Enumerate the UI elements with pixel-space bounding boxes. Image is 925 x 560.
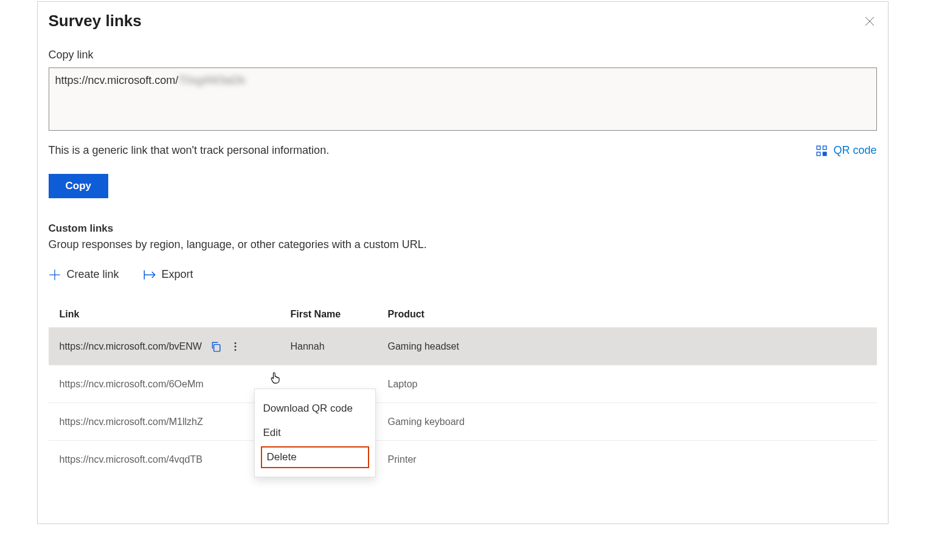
svg-point-16: [234, 349, 236, 351]
menu-item-edit[interactable]: Edit: [255, 421, 375, 445]
table-row[interactable]: https://ncv.microsoft.com/4vqdTBGracePri…: [49, 440, 877, 478]
qr-code-button[interactable]: QR code: [816, 144, 876, 157]
table-row[interactable]: https://ncv.microsoft.com/M1llzhZGaming …: [49, 403, 877, 440]
row-link-text: https://ncv.microsoft.com/6OeMm: [60, 379, 204, 390]
custom-links-table: Link First Name Product https://ncv.micr…: [49, 302, 877, 478]
copy-link-help-text: This is a generic link that won't track …: [49, 144, 330, 157]
row-link-text: https://ncv.microsoft.com/bvENW: [60, 341, 202, 352]
svg-rect-7: [823, 154, 825, 155]
menu-item-delete[interactable]: Delete: [261, 446, 369, 468]
row-first-name: Hannah: [291, 341, 388, 352]
col-header-link[interactable]: Link: [60, 309, 291, 320]
copy-link-input[interactable]: https://ncv.microsoft.com/T0xg4W3aDb: [49, 67, 877, 131]
copy-link-heading: Copy link: [49, 49, 877, 61]
export-button[interactable]: Export: [144, 268, 193, 281]
close-button[interactable]: [862, 14, 877, 29]
create-link-label: Create link: [67, 268, 119, 281]
col-header-product[interactable]: Product: [388, 309, 866, 320]
svg-rect-4: [817, 152, 821, 156]
svg-rect-6: [825, 154, 826, 155]
page-title: Survey links: [49, 12, 142, 30]
svg-point-15: [234, 345, 236, 347]
table-row[interactable]: https://ncv.microsoft.com/6OeMmLaptop: [49, 365, 877, 403]
row-product: Gaming keyboard: [388, 417, 866, 427]
svg-rect-8: [825, 152, 826, 153]
copy-row-link-icon[interactable]: [210, 341, 221, 352]
copy-link-url-redacted: T0xg4W3aDb: [178, 74, 245, 87]
col-header-first-name[interactable]: First Name: [291, 309, 388, 320]
qr-code-icon: [816, 145, 827, 156]
copy-link-url-visible: https://ncv.microsoft.com/: [55, 74, 179, 87]
svg-point-14: [234, 342, 236, 344]
custom-links-heading: Custom links: [49, 223, 877, 235]
svg-rect-3: [823, 146, 827, 150]
svg-rect-13: [214, 344, 220, 351]
row-context-menu: Download QR codeEditDelete: [254, 389, 376, 477]
export-icon: [144, 269, 156, 281]
export-label: Export: [162, 268, 193, 281]
row-link-text: https://ncv.microsoft.com/4vqdTB: [60, 454, 203, 465]
svg-rect-5: [823, 152, 825, 153]
table-header-row: Link First Name Product: [49, 302, 877, 327]
row-more-icon[interactable]: [230, 341, 241, 352]
table-row[interactable]: https://ncv.microsoft.com/bvENWHannahGam…: [49, 327, 877, 365]
create-link-button[interactable]: Create link: [49, 268, 119, 281]
menu-item-download-qr-code[interactable]: Download QR code: [255, 396, 375, 421]
row-product: Printer: [388, 454, 866, 465]
survey-links-panel: Survey links Copy link https://ncv.micro…: [37, 1, 889, 524]
copy-button[interactable]: Copy: [49, 174, 109, 198]
close-icon: [865, 16, 875, 26]
row-product: Gaming headset: [388, 341, 866, 352]
qr-code-label: QR code: [833, 144, 876, 157]
row-link-text: https://ncv.microsoft.com/M1llzhZ: [60, 417, 203, 427]
row-product: Laptop: [388, 379, 866, 390]
custom-links-description: Group responses by region, language, or …: [49, 238, 877, 251]
plus-icon: [49, 269, 61, 281]
svg-rect-2: [817, 146, 821, 150]
